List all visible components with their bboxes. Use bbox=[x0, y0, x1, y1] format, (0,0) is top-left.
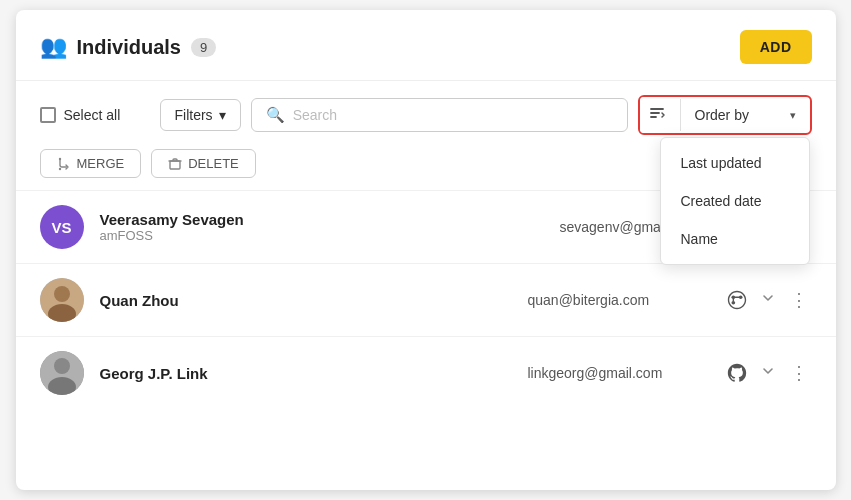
svg-point-1 bbox=[58, 167, 60, 169]
row-actions: ⋮ bbox=[724, 285, 812, 315]
expand-button[interactable] bbox=[756, 286, 780, 315]
person-email: quan@bitergia.com bbox=[528, 292, 708, 308]
merge-button[interactable]: MERGE bbox=[40, 149, 142, 178]
github-icon bbox=[724, 360, 750, 386]
sort-icon bbox=[648, 104, 666, 122]
git-icon bbox=[724, 287, 750, 313]
person-name: Quan Zhou bbox=[100, 292, 512, 309]
avatar bbox=[40, 351, 84, 395]
svg-point-4 bbox=[54, 286, 70, 302]
person-info: Georg J.P. Link bbox=[100, 365, 512, 382]
order-area: Order by ▾ Last updated Created date Nam… bbox=[638, 95, 812, 135]
expand-button[interactable] bbox=[756, 359, 780, 388]
search-icon: 🔍 bbox=[266, 106, 285, 124]
filters-arrow-icon: ▾ bbox=[219, 107, 226, 123]
row-actions: ⋮ bbox=[724, 358, 812, 388]
order-by-label: Order by bbox=[695, 107, 749, 123]
select-all-area: Select all bbox=[40, 107, 150, 123]
person-info: Veerasamy Sevagen amFOSS bbox=[100, 211, 544, 243]
git-source-icon bbox=[726, 289, 748, 311]
order-option-created-date[interactable]: Created date bbox=[661, 182, 809, 220]
person-photo-icon bbox=[40, 278, 84, 322]
order-option-name[interactable]: Name bbox=[661, 220, 809, 258]
delete-icon bbox=[168, 157, 182, 171]
sort-icon-button[interactable] bbox=[640, 97, 674, 133]
svg-point-0 bbox=[58, 157, 60, 159]
person-org: amFOSS bbox=[100, 228, 544, 243]
order-option-last-updated[interactable]: Last updated bbox=[661, 144, 809, 182]
select-all-checkbox[interactable] bbox=[40, 107, 56, 123]
delete-label: DELETE bbox=[188, 156, 239, 171]
svg-rect-2 bbox=[170, 161, 180, 169]
chevron-down-icon bbox=[760, 363, 776, 379]
chevron-down-icon bbox=[760, 290, 776, 306]
toolbar: Select all Filters ▾ 🔍 Search Order by ▾ bbox=[16, 81, 836, 145]
header-left: 👥 Individuals 9 bbox=[40, 34, 217, 60]
more-button[interactable]: ⋮ bbox=[786, 358, 812, 388]
delete-button[interactable]: DELETE bbox=[151, 149, 256, 178]
filters-label: Filters bbox=[175, 107, 213, 123]
count-badge: 9 bbox=[191, 38, 216, 57]
order-by-button[interactable]: Order by ▾ bbox=[680, 99, 810, 131]
order-by-arrow-icon: ▾ bbox=[790, 109, 796, 122]
merge-icon bbox=[57, 157, 71, 171]
main-card: 👥 Individuals 9 ADD Select all Filters ▾… bbox=[16, 10, 836, 490]
page-title: Individuals bbox=[77, 36, 181, 59]
order-dropdown: Last updated Created date Name bbox=[660, 137, 810, 265]
merge-label: MERGE bbox=[77, 156, 125, 171]
person-name: Veerasamy Sevagen bbox=[100, 211, 544, 228]
avatar: VS bbox=[40, 205, 84, 249]
person-email: linkgeorg@gmail.com bbox=[528, 365, 708, 381]
add-button[interactable]: ADD bbox=[740, 30, 812, 64]
search-placeholder: Search bbox=[293, 107, 337, 123]
table-row: Quan Zhou quan@bitergia.com ⋮ bbox=[16, 263, 836, 336]
search-box: 🔍 Search bbox=[251, 98, 628, 132]
page-header: 👥 Individuals 9 ADD bbox=[16, 10, 836, 81]
person-photo-icon bbox=[40, 351, 84, 395]
select-all-label[interactable]: Select all bbox=[64, 107, 121, 123]
github-logo-icon bbox=[726, 362, 748, 384]
individuals-icon: 👥 bbox=[40, 34, 67, 60]
table-row: Georg J.P. Link linkgeorg@gmail.com ⋮ bbox=[16, 336, 836, 409]
more-button[interactable]: ⋮ bbox=[786, 285, 812, 315]
person-info: Quan Zhou bbox=[100, 292, 512, 309]
person-name: Georg J.P. Link bbox=[100, 365, 512, 382]
filters-button[interactable]: Filters ▾ bbox=[160, 99, 241, 131]
avatar bbox=[40, 278, 84, 322]
svg-point-10 bbox=[54, 358, 70, 374]
